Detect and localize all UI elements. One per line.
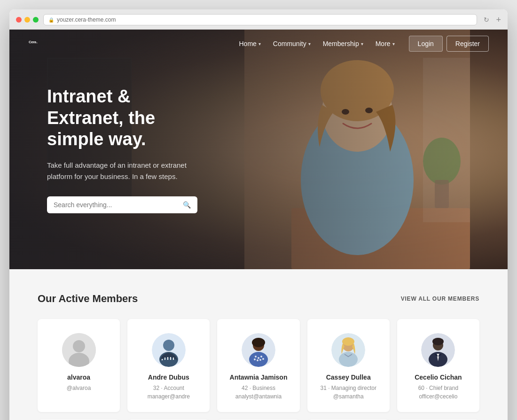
avatar — [242, 333, 275, 367]
svg-point-34 — [432, 338, 444, 345]
member-avatar-icon — [421, 333, 455, 367]
member-avatar-icon — [242, 333, 275, 367]
search-icon[interactable]: 🔍 — [183, 201, 191, 209]
svg-point-20 — [249, 352, 268, 367]
site-content: Cera. Home ▾ Community ▾ Membership ▾ — [9, 30, 508, 420]
nav-community[interactable]: Community ▾ — [268, 37, 315, 50]
svg-point-15 — [163, 340, 174, 351]
svg-point-19 — [252, 338, 265, 347]
view-all-members-link[interactable]: VIEW ALL OUR MEMBERS — [401, 296, 479, 302]
svg-point-25 — [257, 359, 258, 361]
svg-point-22 — [258, 357, 259, 359]
members-section: Our Active Members VIEW ALL OUR MEMBERS … — [9, 269, 508, 420]
hero-title: Intranet & Extranet, the simple way. — [47, 86, 207, 150]
avatar — [152, 333, 186, 367]
member-name: Antawnia Jamison — [230, 373, 288, 381]
chevron-down-icon: ▾ — [308, 41, 311, 47]
avatar — [421, 333, 455, 367]
member-card[interactable]: alvaroa @alvaroa — [38, 319, 120, 412]
traffic-lights — [16, 17, 39, 23]
chevron-down-icon: ▾ — [392, 41, 395, 47]
chevron-down-icon: ▾ — [361, 41, 363, 47]
svg-point-12 — [73, 340, 85, 352]
logo-dot: . — [37, 40, 38, 44]
maximize-button[interactable] — [33, 17, 39, 23]
member-name: Cassey Dullea — [326, 373, 371, 381]
avatar — [331, 333, 365, 367]
svg-point-21 — [255, 356, 257, 358]
url-text: youzer.cera-theme.com — [57, 16, 116, 23]
close-button[interactable] — [16, 17, 22, 23]
svg-point-31 — [339, 352, 358, 367]
members-grid: alvaroa @alvaroa — [38, 319, 479, 412]
member-meta: 31 · Managing director @samantha — [315, 384, 382, 401]
new-tab-button[interactable]: + — [496, 16, 501, 24]
member-meta: @alvaroa — [67, 384, 91, 392]
member-card[interactable]: Cecelio Cichan 60 · Chief brand officer@… — [397, 319, 479, 412]
member-name: alvaroa — [67, 373, 90, 381]
hero-subtitle: Take full advantage of an intranet or ex… — [47, 160, 207, 182]
member-avatar-icon — [331, 333, 365, 367]
hero-content: Intranet & Extranet, the simple way. Tak… — [9, 30, 244, 241]
members-section-title: Our Active Members — [38, 293, 138, 305]
member-avatar-icon — [152, 333, 186, 367]
browser-window: 🔒 youzer.cera-theme.com ↻ + — [9, 9, 508, 420]
svg-point-23 — [260, 356, 262, 358]
svg-point-30 — [342, 337, 354, 346]
svg-point-24 — [254, 358, 256, 360]
nav-more[interactable]: More ▾ — [371, 37, 400, 50]
member-card[interactable]: Cassey Dullea 31 · Managing director @sa… — [307, 319, 390, 412]
nav-home[interactable]: Home ▾ — [235, 37, 266, 50]
svg-point-27 — [262, 358, 264, 360]
member-meta: 42 · Business analyst@antawnia — [225, 384, 292, 401]
minimize-button[interactable] — [24, 17, 30, 23]
browser-chrome: 🔒 youzer.cera-theme.com ↻ + — [9, 9, 508, 30]
refresh-button[interactable]: ↻ — [482, 15, 491, 24]
login-button[interactable]: Login — [409, 36, 443, 52]
chevron-down-icon: ▾ — [258, 41, 261, 47]
search-bar[interactable]: 🔍 — [47, 196, 197, 213]
svg-point-26 — [259, 359, 261, 361]
avatar — [62, 333, 96, 367]
navbar: Cera. Home ▾ Community ▾ Membership ▾ — [9, 30, 508, 58]
member-name: Andre Dubus — [148, 373, 189, 381]
nav-links: Home ▾ Community ▾ Membership ▾ More ▾ — [235, 37, 400, 50]
nav-membership[interactable]: Membership ▾ — [318, 37, 368, 50]
search-input[interactable] — [54, 201, 179, 209]
members-header: Our Active Members VIEW ALL OUR MEMBERS — [38, 293, 479, 305]
nav-actions: Login Register — [409, 36, 489, 52]
member-card[interactable]: Andre Dubus 32 · Account manager@andre — [127, 319, 210, 412]
address-bar[interactable]: 🔒 youzer.cera-theme.com — [43, 14, 477, 25]
hero-section: Cera. Home ▾ Community ▾ Membership ▾ — [9, 30, 508, 269]
member-name: Cecelio Cichan — [415, 373, 462, 381]
lock-icon: 🔒 — [48, 17, 54, 23]
member-meta: 32 · Account manager@andre — [135, 384, 202, 401]
member-meta: 60 · Chief brand officer@cecelio — [405, 384, 472, 401]
site-logo[interactable]: Cera. — [28, 38, 38, 50]
member-card[interactable]: Antawnia Jamison 42 · Business analyst@a… — [217, 319, 299, 412]
default-avatar-icon — [62, 333, 96, 367]
register-button[interactable]: Register — [446, 36, 489, 52]
